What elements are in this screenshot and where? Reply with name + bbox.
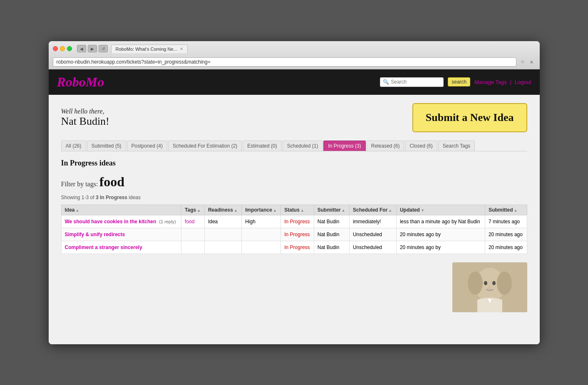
svg-point-2 [468, 271, 483, 295]
search-icon: 🔍 [383, 79, 389, 85]
column-status[interactable]: Status▲ [281, 205, 314, 215]
scheduled-for-cell: Unscheduled [349, 241, 396, 254]
app-logo[interactable]: RoboMo [57, 74, 104, 90]
idea-cell: We should have cookies in the kitchen (1… [61, 215, 181, 228]
column-readiness[interactable]: Readiness▲ [204, 205, 241, 215]
column-submitted[interactable]: Submitted▲ [485, 205, 527, 215]
status-badge: In Progress [284, 244, 310, 250]
tab-submitted[interactable]: Submitted (5) [87, 141, 126, 151]
close-button[interactable] [53, 46, 58, 51]
traffic-lights [53, 46, 72, 51]
submit-idea-button[interactable]: Submit a New Idea [412, 103, 527, 132]
app-header: RoboMo 🔍 search Manage Tags | Logout [49, 69, 540, 95]
greeting: Well hello there, Nat Budin! [61, 108, 109, 128]
importance-cell [242, 228, 281, 241]
greeting-name: Nat Budin! [61, 115, 109, 128]
readiness-cell [204, 228, 241, 241]
results-suffix: ideas [129, 195, 141, 200]
tab-close-icon[interactable]: ✕ [180, 47, 183, 51]
idea-cell: Compliment a stranger sincerely [61, 241, 181, 254]
sort-icon: ▲ [514, 208, 518, 212]
greeting-top: Well hello there, [61, 108, 109, 115]
tab-title: RoboMo: What's Coming Ne... [116, 47, 177, 52]
idea-link[interactable]: Simplify & unify redirects [65, 232, 125, 237]
filter-tag[interactable]: food [99, 174, 124, 189]
tab-search_tags[interactable]: Search Tags [438, 141, 475, 151]
filter-label: Filter by tags: [61, 180, 98, 188]
portrait-image [452, 262, 527, 312]
manage-tags-link[interactable]: Manage Tags [474, 79, 507, 85]
column-scheduled-for[interactable]: Scheduled For▲ [349, 205, 396, 215]
browser-tab[interactable]: RoboMo: What's Coming Ne... ✕ [111, 44, 188, 53]
tab-all[interactable]: All (26) [61, 141, 86, 151]
tag-link[interactable]: food [185, 219, 194, 225]
results-state: In Progress [100, 195, 127, 200]
search-input[interactable] [391, 79, 441, 85]
column-tags[interactable]: Tags▲ [181, 205, 205, 215]
browser-window: ◀ ▶ ↺ RoboMo: What's Coming Ne... ✕ ☆ ≡ … [49, 41, 540, 344]
idea-link[interactable]: We should have cookies in the kitchen [65, 219, 156, 225]
svg-point-4 [484, 281, 487, 285]
tab-closed[interactable]: Closed (6) [405, 141, 437, 151]
maximize-button[interactable] [67, 46, 72, 51]
column-updated[interactable]: Updated▼ [396, 205, 485, 215]
header-right: 🔍 search Manage Tags | Logout [380, 77, 531, 87]
browser-icons: ☆ ≡ [519, 58, 536, 66]
sort-icon: ▲ [300, 208, 304, 212]
logout-link[interactable]: Logout [515, 79, 531, 85]
results-count: 3 [96, 195, 99, 200]
submitted-cell: 20 minutes ago [485, 228, 527, 241]
submitter-cell: Nat Budin [314, 228, 349, 241]
refresh-button[interactable]: ↺ [99, 45, 108, 52]
column-importance[interactable]: Importance▲ [242, 205, 281, 215]
browser-chrome: ◀ ▶ ↺ RoboMo: What's Coming Ne... ✕ ☆ ≡ [49, 41, 540, 69]
top-section: Well hello there, Nat Budin! Submit a Ne… [61, 103, 527, 132]
tab-released[interactable]: Released (6) [367, 141, 404, 151]
menu-icon[interactable]: ≡ [528, 58, 536, 66]
updated-cell: 20 minutes ago by [396, 228, 485, 241]
page-title: In Progress ideas [61, 159, 527, 168]
scheduled-for-cell: Unscheduled [349, 228, 396, 241]
search-button[interactable]: search [448, 77, 470, 86]
column-idea[interactable]: Idea▲ [61, 205, 181, 215]
readiness-cell [204, 241, 241, 254]
status-cell: In Progress [281, 241, 314, 254]
sort-icon: ▲ [273, 208, 277, 212]
search-box: 🔍 [380, 77, 444, 87]
tags-cell [181, 241, 205, 254]
readiness-cell: Idea [204, 215, 241, 228]
updated-cell: less than a minute ago by Nat Budin [396, 215, 485, 228]
header-separator: | [510, 79, 511, 85]
tab-scheduled[interactable]: Scheduled (1) [283, 141, 323, 151]
tab-in_progress[interactable]: In Progress (3) [323, 141, 365, 151]
results-summary: Showing 1-3 of 3 In Progress ideas [61, 195, 527, 200]
idea-cell: Simplify & unify redirects [61, 228, 181, 241]
status-badge: In Progress [284, 232, 310, 237]
bookmark-icon[interactable]: ☆ [519, 58, 526, 66]
sort-icon: ▲ [234, 208, 238, 212]
filter-section: Filter by tags: food [61, 174, 527, 190]
status-cell: In Progress [281, 228, 314, 241]
sort-icon: ▲ [76, 208, 79, 212]
tab-scheduled_for_estimation[interactable]: Scheduled For Estimation (2) [168, 141, 242, 151]
address-bar-row: ☆ ≡ [53, 56, 536, 69]
tab-estimated[interactable]: Estimated (0) [243, 141, 281, 151]
column-submitter[interactable]: Submitter▲ [314, 205, 349, 215]
forward-button[interactable]: ▶ [88, 45, 97, 52]
status-badge: In Progress [284, 219, 310, 225]
minimize-button[interactable] [60, 46, 65, 51]
submitted-cell: 7 minutes ago [485, 215, 527, 228]
sort-icon: ▼ [421, 208, 424, 212]
importance-cell [242, 241, 281, 254]
browser-nav: ◀ ▶ ↺ [77, 45, 108, 52]
table-row: Compliment a stranger sincerelyIn Progre… [61, 241, 527, 254]
address-bar[interactable] [53, 57, 516, 67]
tags-cell [181, 228, 205, 241]
idea-link[interactable]: Compliment a stranger sincerely [65, 244, 142, 250]
ideas-table: Idea▲Tags▲Readiness▲Importance▲Status▲Su… [61, 205, 527, 254]
back-button[interactable]: ◀ [77, 45, 86, 52]
tab-postponed[interactable]: Postponed (4) [127, 141, 167, 151]
svg-point-3 [497, 271, 512, 295]
table-row: Simplify & unify redirectsIn ProgressNat… [61, 228, 527, 241]
status-cell: In Progress [281, 215, 314, 228]
